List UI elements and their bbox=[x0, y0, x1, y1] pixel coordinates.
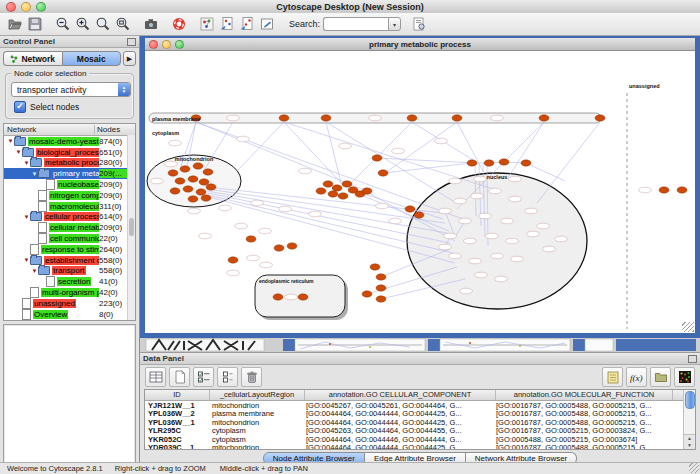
attribute-table: ID_cellularLayoutRegionannotation.GO CEL… bbox=[144, 389, 696, 450]
select-nodes-checkbox[interactable]: ✓ bbox=[14, 101, 26, 113]
frame-resize-grip[interactable] bbox=[682, 322, 694, 332]
tree-column-nodes[interactable]: Nodes bbox=[95, 125, 135, 134]
node bbox=[491, 115, 504, 121]
node bbox=[511, 256, 524, 262]
status-zoom-hint: Right-click + drag to ZOOM bbox=[115, 464, 206, 473]
tree-item-mosaic-demo-yeast[interactable]: ▼mosaic-demo-yeast874(0) bbox=[4, 136, 135, 147]
table-vertical-scrollbar[interactable]: ▲▼ bbox=[683, 390, 695, 449]
folder-icon bbox=[38, 266, 50, 275]
column-header[interactable]: _cellularLayoutRegion bbox=[210, 390, 305, 400]
window-resize-grip[interactable] bbox=[689, 463, 699, 473]
expand-arrow-icon[interactable]: ▼ bbox=[31, 171, 38, 177]
tree-scrollbar[interactable] bbox=[127, 135, 135, 320]
search-dropdown-arrow[interactable]: ▾ bbox=[388, 17, 401, 31]
scrollbar-arrows[interactable]: ▲▼ bbox=[684, 434, 695, 449]
open-session-icon[interactable] bbox=[5, 15, 25, 34]
tree-item-overview[interactable]: ▼Overview8(0) bbox=[4, 309, 135, 320]
column-header[interactable]: ID bbox=[145, 390, 210, 400]
table-row[interactable]: YLR295Ccytoplasm[GO:0045263, GO:0044464,… bbox=[145, 427, 695, 436]
expand-arrow-icon[interactable]: ▼ bbox=[23, 160, 30, 166]
tree-item-cellular-metabo[interactable]: ▼cellular metabo209(0) bbox=[4, 222, 135, 233]
network-frame-titlebar[interactable]: primary metabolic process bbox=[145, 38, 695, 51]
tree-item-biological-process[interactable]: ▼biological_process651(0) bbox=[4, 147, 135, 158]
tree-item-primary-metabo[interactable]: ▼primary metabo209(... bbox=[4, 168, 135, 179]
tree-item-macromolecule[interactable]: ▼macromolecule311(0) bbox=[4, 201, 135, 212]
node bbox=[309, 211, 322, 217]
function-builder-icon[interactable]: f(x) bbox=[626, 367, 647, 387]
tree-item-transport[interactable]: ▼transport558(0) bbox=[4, 266, 135, 277]
expand-arrow-icon[interactable]: ▼ bbox=[15, 149, 22, 155]
expand-arrow-icon[interactable]: ▼ bbox=[23, 257, 30, 263]
tree-item-nucleobase-[interactable]: ▼nucleobase-209(0) bbox=[4, 179, 135, 190]
tree-item-multi-organism-pro[interactable]: ▼multi-organism pro42(0) bbox=[4, 287, 135, 298]
float-panel-icon[interactable] bbox=[127, 38, 136, 46]
node bbox=[228, 257, 238, 263]
scrollbar-thumb[interactable] bbox=[685, 391, 695, 409]
node bbox=[449, 178, 462, 184]
search-input[interactable] bbox=[323, 17, 388, 31]
node bbox=[537, 223, 550, 229]
node bbox=[555, 236, 568, 242]
search-config-icon[interactable] bbox=[409, 15, 429, 34]
select-attributes-icon[interactable] bbox=[193, 367, 214, 387]
expand-arrow-icon[interactable]: ▼ bbox=[23, 214, 30, 220]
data-panel-float-icon[interactable] bbox=[688, 355, 697, 363]
zoom-in-icon[interactable] bbox=[73, 15, 93, 34]
tree-item-cellular-process[interactable]: ▼cellular process614(0) bbox=[4, 212, 135, 223]
import-attributes-icon[interactable] bbox=[650, 367, 671, 387]
tree-item-metabolic-process[interactable]: ▼metabolic process280(0) bbox=[4, 158, 135, 169]
help-lifering-icon[interactable] bbox=[169, 15, 189, 34]
tree-item-label: unassigned bbox=[33, 299, 76, 308]
table-row[interactable]: YJR121W__1mitochondrion[GO:0045267, GO:0… bbox=[145, 401, 695, 410]
column-header[interactable]: annotation.GO CELLULAR_COMPONENT bbox=[305, 390, 496, 400]
zoom-selected-icon[interactable] bbox=[113, 15, 133, 34]
expand-arrow-icon[interactable]: ▼ bbox=[31, 268, 38, 274]
expand-arrow-icon[interactable]: ▼ bbox=[7, 138, 14, 144]
zoom-out-icon[interactable] bbox=[53, 15, 73, 34]
attribute-table-icon[interactable] bbox=[145, 367, 166, 387]
node bbox=[506, 238, 519, 244]
delete-attribute-icon[interactable] bbox=[241, 367, 262, 387]
vizmapper-icon[interactable] bbox=[197, 15, 217, 34]
table-row[interactable]: YKR052Ccytoplasm[GO:0044464, GO:0044446,… bbox=[145, 435, 695, 444]
table-row[interactable]: YPL036W__1mitochondrion[GO:0044464, GO:0… bbox=[145, 418, 695, 427]
tab-network[interactable]: Network bbox=[3, 51, 62, 66]
node bbox=[407, 115, 417, 121]
node bbox=[389, 218, 402, 224]
unselect-attributes-icon[interactable] bbox=[217, 367, 238, 387]
control-panel-header: Control Panel bbox=[0, 36, 139, 48]
data-panel-header: Data Panel bbox=[140, 353, 700, 365]
tree-item-unassigned[interactable]: ▼unassigned223(0) bbox=[4, 298, 135, 309]
tree-item-secretion[interactable]: ▼secretion41(0) bbox=[4, 276, 135, 287]
node bbox=[475, 272, 488, 278]
tree-item-establishment-of-lo[interactable]: ▼establishment of lo558(0) bbox=[4, 255, 135, 266]
node bbox=[460, 288, 473, 294]
node-color-selection-label: Node color selection bbox=[11, 69, 89, 78]
create-attribute-icon[interactable] bbox=[169, 367, 190, 387]
node-color-dropdown-value: transporter activity bbox=[12, 85, 118, 95]
zoom-fit-icon[interactable] bbox=[93, 15, 113, 34]
node-color-dropdown[interactable]: transporter activity ▲▼ bbox=[11, 82, 131, 97]
tree-item-nitrogen-compo[interactable]: ▼nitrogen compo209(0) bbox=[4, 190, 135, 201]
column-header[interactable]: annotation.GO MOLECULAR_FUNCTION bbox=[496, 390, 673, 400]
table-row[interactable]: YPL036W__2plasma membrane[GO:0044464, GO… bbox=[145, 410, 695, 419]
annotations-icon[interactable] bbox=[257, 15, 277, 34]
snapshot-camera-icon[interactable] bbox=[141, 15, 161, 34]
edge bbox=[537, 122, 600, 203]
tree-column-network[interactable]: Network bbox=[4, 125, 95, 134]
attribute-matrix-icon[interactable] bbox=[674, 367, 695, 387]
tree-item-label: biological_process bbox=[36, 148, 99, 157]
tab-mosaic[interactable]: Mosaic bbox=[62, 51, 122, 66]
tree-item-cell-communicat[interactable]: ▼cell communicat22(0) bbox=[4, 233, 135, 244]
file-icon bbox=[46, 276, 55, 287]
import-table-icon[interactable] bbox=[237, 15, 257, 34]
network-canvas[interactable]: plasma membranecytoplasmmitochondrionnuc… bbox=[145, 51, 695, 333]
notes-icon[interactable] bbox=[602, 367, 623, 387]
tree-item-response-to-stimulu[interactable]: ▼response to stimulu264(0) bbox=[4, 244, 135, 255]
birds-eye-view-panel[interactable] bbox=[3, 324, 136, 474]
save-session-icon[interactable] bbox=[25, 15, 45, 34]
tab-overflow-arrow[interactable]: ▶ bbox=[123, 51, 136, 66]
import-network-icon[interactable] bbox=[217, 15, 237, 34]
node bbox=[298, 294, 308, 300]
table-row[interactable]: YDR039C__1mitochondrion[GO:0044464, GO:0… bbox=[145, 444, 695, 451]
